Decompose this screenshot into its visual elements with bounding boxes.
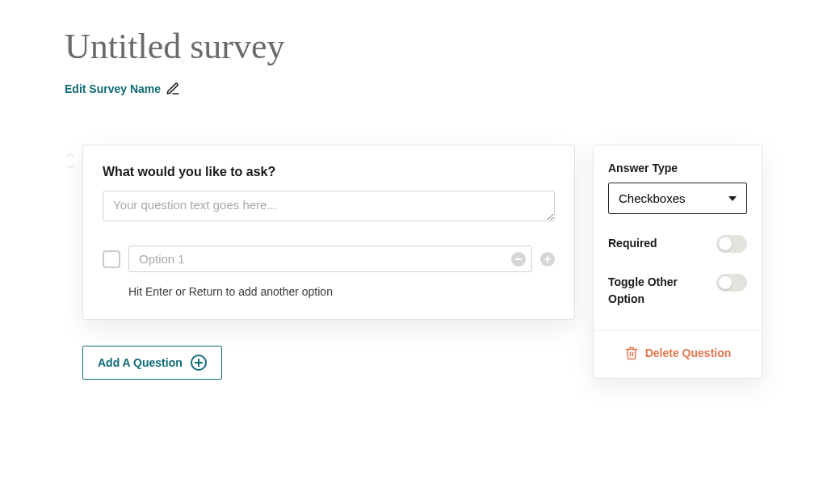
question-settings-sidebar: Answer Type Checkboxes Required Toggle O… [593,145,762,379]
delete-question-button[interactable]: Delete Question [624,346,732,360]
required-toggle[interactable] [716,235,747,253]
pencil-icon [166,82,180,96]
answer-type-label: Answer Type [608,162,747,174]
delete-question-label: Delete Question [645,346,732,359]
reorder-controls: ︿ ﹀ [65,149,76,172]
remove-option-icon[interactable] [511,252,526,267]
edit-survey-name-link[interactable]: Edit Survey Name [65,82,180,96]
chevron-down-icon [728,196,737,201]
move-up-icon[interactable]: ︿ [65,149,76,158]
question-prompt-label: What would you like to ask? [103,165,555,179]
answer-type-value: Checkboxes [619,191,686,205]
option-checkbox[interactable] [103,250,120,268]
option-hint-text: Hit Enter or Return to add another optio… [128,285,555,298]
question-text-input[interactable] [103,191,555,221]
move-down-icon[interactable]: ﹀ [65,163,76,172]
option-text-input[interactable] [128,246,532,272]
question-card: What would you like to ask? Hit Enter or… [82,145,575,320]
option-row [103,246,555,272]
toggle-other-label: Toggle Other Option [608,274,708,308]
survey-title: Untitled survey [65,26,762,67]
required-label: Required [608,235,657,252]
add-question-label: Add A Question [98,356,183,369]
answer-type-select[interactable]: Checkboxes [608,183,747,214]
edit-survey-name-label: Edit Survey Name [65,82,161,95]
trash-icon [624,346,639,360]
add-question-button[interactable]: Add A Question [82,346,222,380]
plus-circle-icon [191,355,207,371]
add-option-icon[interactable] [540,252,555,267]
toggle-other-toggle[interactable] [716,274,747,292]
